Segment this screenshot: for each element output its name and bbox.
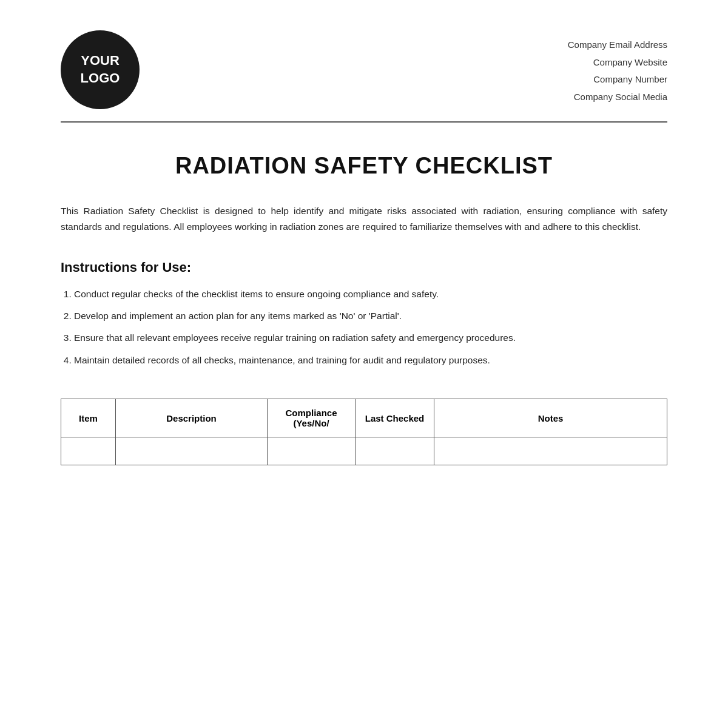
- cell-description: [116, 437, 268, 465]
- header-divider: [61, 121, 667, 123]
- company-email-label: Company Email Address: [568, 36, 667, 54]
- company-social-label: Company Social Media: [568, 89, 667, 106]
- table-body: [61, 437, 667, 465]
- logo-line1: YOUR: [81, 52, 120, 70]
- company-info: Company Email Address Company Website Co…: [568, 30, 667, 106]
- instructions-list: Conduct regular checks of the checklist …: [61, 286, 667, 368]
- page: YOUR LOGO Company Email Address Company …: [0, 0, 728, 728]
- cell-compliance: [268, 437, 356, 465]
- instruction-item-3: Ensure that all relevant employees recei…: [74, 330, 667, 346]
- company-number-label: Company Number: [568, 71, 667, 89]
- col-header-last-checked: Last Checked: [356, 399, 434, 437]
- checklist-table: Item Description Compliance (Yes/No/ Las…: [61, 399, 667, 465]
- document-description: This Radiation Safety Checklist is desig…: [61, 203, 667, 235]
- col-header-description: Description: [116, 399, 268, 437]
- logo-line2: LOGO: [81, 70, 120, 87]
- cell-item: [61, 437, 116, 465]
- cell-notes: [434, 437, 667, 465]
- header: YOUR LOGO Company Email Address Company …: [61, 30, 667, 109]
- cell-last-checked: [356, 437, 434, 465]
- table-header-row: Item Description Compliance (Yes/No/ Las…: [61, 399, 667, 437]
- instruction-item-4: Maintain detailed records of all checks,…: [74, 352, 667, 368]
- instruction-item-1: Conduct regular checks of the checklist …: [74, 286, 667, 302]
- instruction-item-2: Develop and implement an action plan for…: [74, 308, 667, 324]
- document-title: RADIATION SAFETY CHECKLIST: [61, 153, 667, 179]
- col-header-compliance: Compliance (Yes/No/: [268, 399, 356, 437]
- company-website-label: Company Website: [568, 54, 667, 72]
- col-header-item: Item: [61, 399, 116, 437]
- col-header-notes: Notes: [434, 399, 667, 437]
- instructions-heading: Instructions for Use:: [61, 260, 667, 275]
- company-logo: YOUR LOGO: [61, 30, 140, 109]
- table-row: [61, 437, 667, 465]
